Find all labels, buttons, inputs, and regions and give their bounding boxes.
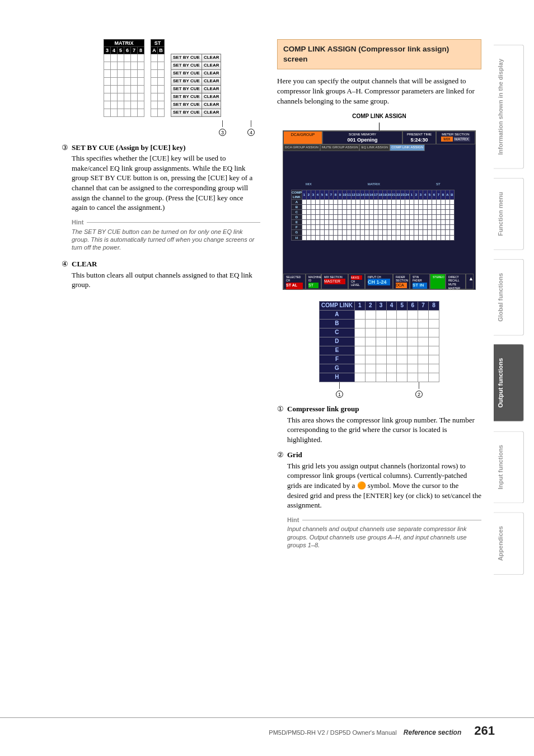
section-intro: Here you can specify the output channels…: [277, 76, 481, 106]
item3-title: SET BY CUE (Assign by [CUE] key): [72, 143, 260, 153]
sidebar-tab-input[interactable]: Input functions: [494, 431, 524, 503]
hint-text: The SET BY CUE button can be turned on f…: [72, 228, 260, 252]
screenshot-label: COMP LINK ASSIGN: [277, 112, 481, 120]
page-number: 261: [474, 724, 495, 738]
sidebar-tab-global[interactable]: Global functions: [494, 259, 524, 336]
callout-4: 4: [247, 129, 255, 136]
item3-marker: ③: [62, 143, 72, 213]
footer-section: Reference section: [404, 729, 461, 736]
callout-2: 2: [415, 391, 423, 398]
hint-label: Hint: [72, 218, 260, 227]
item1-text: This area shows the compressor link grou…: [287, 415, 481, 445]
item1-title: Compressor link group: [287, 404, 481, 414]
tab-mute-group[interactable]: MUTE GROUP ASSIGN: [320, 144, 360, 151]
item4-marker: ④: [62, 259, 72, 290]
side-tabs: Information shown in the display Functio…: [494, 45, 524, 575]
st-header: ST: [151, 40, 165, 47]
set-by-cue-button[interactable]: SET BY CUE: [171, 54, 202, 62]
clear-button[interactable]: CLEAR: [202, 54, 221, 62]
item4-title: CLEAR: [72, 259, 260, 269]
matrix-table-figure: MATRIX ST 3 4 5 6 7 8 A B: [104, 39, 260, 137]
item1-marker: ①: [277, 404, 287, 444]
sidebar-tab-appendices[interactable]: Appendices: [494, 512, 524, 575]
sidebar-tab-output[interactable]: Output functions: [494, 344, 524, 422]
item2-text: This grid lets you assign output channel…: [287, 461, 481, 510]
tab-dca-group[interactable]: DCA GROUP ASSIGN: [283, 144, 320, 151]
section-banner: COMP LINK ASSIGN (Compressor link assign…: [277, 39, 481, 69]
page-footer: PM5D/PM5D-RH V2 / DSP5D Owner's Manual R…: [0, 717, 534, 739]
tab-eq-link[interactable]: EQ LINK ASSIGN: [359, 144, 390, 151]
hint-text-2: Input channels and output channels use s…: [287, 525, 481, 549]
item2-title: Grid: [287, 450, 481, 460]
comp-link-assign-screenshot: DCA/GROUP SCENE MEMORY 001 Opening PRESE…: [283, 130, 476, 290]
footer-manual: PM5D/PM5D-RH V2 / DSP5D Owner's Manual: [269, 729, 396, 736]
sidebar-tab-information[interactable]: Information shown in the display: [494, 45, 524, 169]
comp-link-zoom-figure: COMP LINK 12345678 A B C D E F G H 1 2: [319, 301, 439, 399]
callout-1: 1: [336, 391, 343, 398]
hint-label-2: Hint: [287, 516, 481, 524]
up-arrow-icon[interactable]: ▲: [466, 274, 474, 289]
matrix-header: MATRIX: [104, 40, 144, 47]
callout-3: 3: [219, 129, 226, 136]
sidebar-tab-function-menu[interactable]: Function menu: [494, 178, 524, 250]
dca-group-button[interactable]: DCA/GROUP: [283, 131, 322, 144]
item3-text: This specifies whether the [CUE] key wil…: [72, 153, 260, 212]
tab-comp-link[interactable]: COMP LINK ASSIGN: [390, 144, 425, 151]
item2-marker: ②: [277, 450, 287, 510]
item4-text: This button clears all output channels a…: [72, 270, 260, 290]
